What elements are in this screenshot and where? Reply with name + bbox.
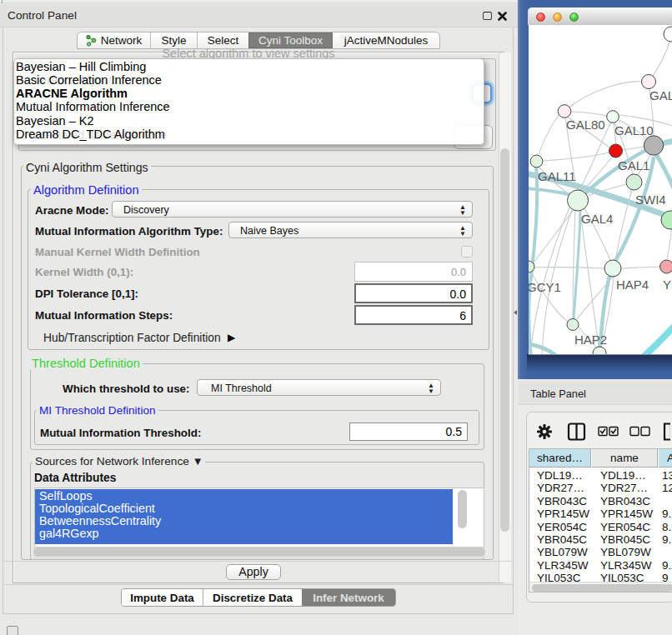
svg-text:GAL10: GAL10 <box>614 123 654 138</box>
svg-text:SWI4: SWI4 <box>635 192 666 207</box>
svg-text:GAL4: GAL4 <box>581 212 613 226</box>
svg-text:HAP2: HAP2 <box>574 332 607 347</box>
svg-text:GAL2: GAL2 <box>649 88 672 102</box>
svg-text:GAL80: GAL80 <box>566 118 605 132</box>
svg-text:HAP4: HAP4 <box>616 278 649 292</box>
svg-text:GCY1: GCY1 <box>529 280 561 294</box>
svg-text:GAL11: GAL11 <box>538 169 576 183</box>
svg-text:Y: Y <box>663 278 671 292</box>
svg-text:GAL1: GAL1 <box>618 158 649 172</box>
